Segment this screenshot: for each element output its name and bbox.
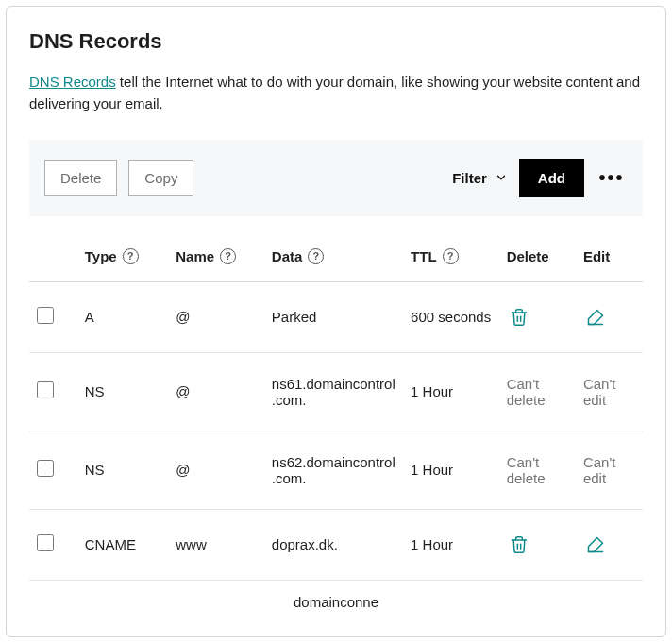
delete-row-button[interactable] — [507, 305, 531, 330]
edit-row-button[interactable] — [583, 533, 608, 557]
next-row-fragment: domainconne — [29, 581, 643, 610]
col-header-type: Type ? — [77, 237, 168, 282]
cell-data: doprax.dk. — [264, 509, 403, 580]
help-icon[interactable]: ? — [123, 248, 139, 264]
dns-records-link[interactable]: DNS Records — [29, 74, 116, 90]
cell-ttl: 1 Hour — [403, 352, 499, 431]
chevron-down-icon — [495, 171, 508, 184]
edit-row-button[interactable] — [583, 305, 608, 330]
cell-name: www — [168, 509, 264, 580]
cell-type: A — [77, 281, 168, 352]
cell-ttl: 600 seconds — [403, 281, 499, 352]
cell-name: @ — [168, 281, 264, 352]
filter-label: Filter — [452, 170, 487, 186]
cell-type: CNAME — [77, 509, 168, 580]
table-row: A@Parked600 seconds — [29, 281, 643, 352]
cell-type: NS — [77, 352, 168, 431]
table-row: NS@ns62.domaincontrol.com.1 HourCan't de… — [29, 431, 643, 509]
cell-name: @ — [168, 431, 264, 509]
page-title: DNS Records — [29, 29, 643, 54]
row-select-checkbox[interactable] — [37, 381, 54, 398]
cell-edit-disabled: Can't edit — [576, 431, 643, 509]
cell-data: Parked — [264, 281, 403, 352]
table-row: CNAMEwwwdoprax.dk.1 Hour — [29, 509, 643, 580]
cell-delete-disabled: Can't delete — [499, 352, 576, 431]
row-select-checkbox[interactable] — [37, 534, 54, 551]
cell-delete-disabled: Can't delete — [499, 431, 576, 509]
trash-icon — [510, 308, 529, 327]
trash-icon — [510, 535, 529, 554]
add-button[interactable]: Add — [519, 159, 584, 197]
copy-button[interactable]: Copy — [128, 160, 193, 196]
help-icon[interactable]: ? — [220, 248, 236, 264]
description: DNS Records tell the Internet what to do… — [29, 71, 643, 115]
cell-edit-disabled: Can't edit — [576, 352, 643, 431]
pencil-icon — [586, 308, 605, 327]
col-header-name: Name ? — [168, 237, 264, 282]
help-icon[interactable]: ? — [443, 248, 459, 264]
cell-data: ns62.domaincontrol.com. — [264, 431, 403, 509]
col-header-delete: Delete — [499, 237, 576, 282]
pencil-icon — [586, 535, 605, 554]
toolbar: Delete Copy Filter Add ••• — [29, 140, 643, 216]
delete-button[interactable]: Delete — [44, 160, 117, 196]
cell-ttl: 1 Hour — [403, 431, 499, 509]
table-row: NS@ns61.domaincontrol.com.1 HourCan't de… — [29, 352, 643, 431]
cell-name: @ — [168, 352, 264, 431]
col-header-data: Data ? — [264, 237, 403, 282]
cell-ttl: 1 Hour — [403, 509, 499, 580]
cell-type: NS — [77, 431, 168, 509]
ellipsis-icon: ••• — [598, 167, 624, 189]
more-options-button[interactable]: ••• — [596, 161, 628, 194]
dns-records-card: DNS Records DNS Records tell the Interne… — [6, 6, 666, 637]
cell-data: ns61.domaincontrol.com. — [264, 352, 403, 431]
dns-records-table: Type ? Name ? Data ? — [29, 237, 643, 581]
description-rest: tell the Internet what to do with your d… — [29, 74, 640, 111]
col-header-edit: Edit — [576, 237, 643, 282]
filter-dropdown[interactable]: Filter — [452, 170, 508, 186]
row-select-checkbox[interactable] — [37, 307, 54, 324]
help-icon[interactable]: ? — [308, 248, 324, 264]
row-select-checkbox[interactable] — [37, 460, 54, 477]
delete-row-button[interactable] — [507, 533, 531, 557]
col-header-ttl: TTL ? — [403, 237, 499, 282]
